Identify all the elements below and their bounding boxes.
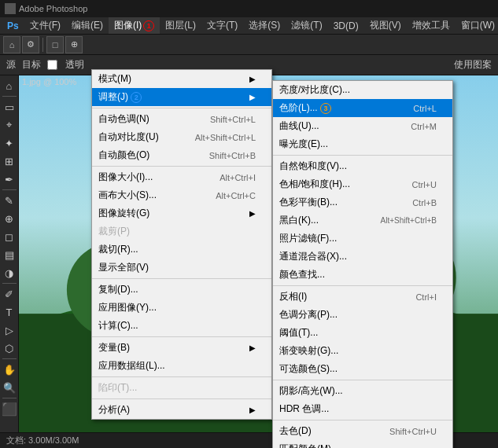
adj-sep-1 bbox=[273, 155, 452, 156]
menu-filter[interactable]: 滤镜(T) bbox=[286, 17, 327, 34]
adj-vibrance[interactable]: 自然饱和度(V)... bbox=[273, 157, 452, 175]
menu-item-calculate[interactable]: 计算(C)... bbox=[92, 317, 271, 335]
dropdown-overlay: 模式(M) ▶ 调整(J) 2 ▶ 自动色调(N) Shift+Ctrl+L 自… bbox=[0, 35, 498, 448]
menu-item-reveal[interactable]: 显示全部(V) bbox=[92, 259, 271, 277]
adj-brightness[interactable]: 亮度/对比度(C)... bbox=[273, 81, 452, 99]
menu-item-auto-color[interactable]: 自动颜色(O) Shift+Ctrl+B bbox=[92, 146, 271, 164]
adj-curves[interactable]: 曲线(U)... Ctrl+M bbox=[273, 117, 452, 135]
menu-text[interactable]: 文字(T) bbox=[201, 17, 243, 34]
menu-enhance[interactable]: 增效工具 bbox=[407, 17, 456, 34]
menu-item-trim[interactable]: 裁切(R)... bbox=[92, 241, 271, 259]
adj-color-balance[interactable]: 色彩平衡(B)... Ctrl+B bbox=[273, 193, 452, 211]
menu-select[interactable]: 选择(S) bbox=[243, 17, 286, 34]
adj-sep-4 bbox=[273, 420, 452, 420]
menu-3d[interactable]: 3D(D) bbox=[328, 19, 364, 33]
menu-item-image-size[interactable]: 图像大小(I)... Alt+Ctrl+I bbox=[92, 168, 271, 186]
adj-sep-3 bbox=[273, 380, 452, 380]
menu-item-apply-image[interactable]: 应用图像(Y)... bbox=[92, 299, 271, 317]
adj-levels[interactable]: 色阶(L)... 3 Ctrl+L bbox=[273, 99, 452, 117]
adjust-menu-dropdown: 亮度/对比度(C)... 色阶(L)... 3 Ctrl+L 曲线(U)... … bbox=[272, 80, 453, 448]
adj-match-color[interactable]: 匹配颜色(M)... bbox=[273, 440, 452, 448]
menu-item-mode[interactable]: 模式(M) ▶ bbox=[92, 70, 271, 88]
menu-sep-5 bbox=[92, 376, 271, 377]
adj-invert[interactable]: 反相(I) Ctrl+I bbox=[273, 288, 452, 306]
menu-item-canvas-size[interactable]: 画布大小(S)... Alt+Ctrl+C bbox=[92, 186, 271, 204]
title-text: Adobe Photoshop bbox=[19, 4, 87, 13]
adj-bw[interactable]: 黑白(K)... Alt+Shift+Ctrl+B bbox=[273, 211, 452, 230]
menu-item-trap: 陷印(T)... bbox=[92, 379, 271, 397]
adj-posterize[interactable]: 色调分离(P)... bbox=[273, 306, 452, 324]
app-icon bbox=[5, 3, 16, 14]
adj-hue-sat[interactable]: 色相/饱和度(H)... Ctrl+U bbox=[273, 175, 452, 193]
menu-sep-3 bbox=[92, 278, 271, 279]
menu-item-auto-tone[interactable]: 自动色调(N) Shift+Ctrl+L bbox=[92, 110, 271, 128]
menu-item-analysis[interactable]: 分析(A) ▶ bbox=[92, 401, 271, 419]
adj-hdr[interactable]: HDR 色调... bbox=[273, 400, 452, 418]
adj-threshold[interactable]: 阈值(T)... bbox=[273, 324, 452, 342]
menu-view[interactable]: 视图(V) bbox=[364, 17, 407, 34]
adj-photo-filter[interactable]: 照片滤镜(F)... bbox=[273, 230, 452, 248]
adj-sep-2 bbox=[273, 285, 452, 286]
menu-ps[interactable]: Ps bbox=[2, 19, 24, 33]
menu-sep-1 bbox=[92, 108, 271, 108]
menu-item-adjust[interactable]: 调整(J) 2 ▶ bbox=[92, 88, 271, 106]
menu-sep-2 bbox=[92, 166, 271, 167]
menu-sep-4 bbox=[92, 336, 271, 337]
adj-shadows-highlights[interactable]: 阴影/高光(W)... bbox=[273, 382, 452, 400]
menu-item-variables[interactable]: 变量(B) ▶ bbox=[92, 339, 271, 357]
adj-desaturate[interactable]: 去色(D) Shift+Ctrl+U bbox=[273, 422, 452, 440]
menu-item-duplicate[interactable]: 复制(D)... bbox=[92, 281, 271, 299]
adj-channel-mixer[interactable]: 通道混合器(X)... bbox=[273, 248, 452, 266]
menu-image[interactable]: 图像(I)1 bbox=[109, 17, 160, 34]
menu-item-rotate[interactable]: 图像旋转(G) ▶ bbox=[92, 204, 271, 222]
menu-item-auto-contrast[interactable]: 自动对比度(U) Alt+Shift+Ctrl+L bbox=[92, 128, 271, 146]
adj-gradient-map[interactable]: 渐变映射(G)... bbox=[273, 342, 452, 360]
menu-item-crop: 裁剪(P) bbox=[92, 222, 271, 241]
menu-sep-6 bbox=[92, 398, 271, 399]
adj-exposure[interactable]: 曝光度(E)... bbox=[273, 135, 452, 153]
menu-layer[interactable]: 图层(L) bbox=[160, 17, 201, 34]
adj-color-lookup[interactable]: 颜色查找... bbox=[273, 266, 452, 284]
menu-file[interactable]: 文件(F) bbox=[24, 17, 66, 34]
menu-bar: Ps 文件(F) 编辑(E) 图像(I)1 图层(L) 文字(T) 选择(S) … bbox=[0, 17, 498, 35]
menu-edit[interactable]: 编辑(E) bbox=[66, 17, 109, 34]
menu-window[interactable]: 窗口(W) bbox=[456, 17, 498, 34]
title-bar: Adobe Photoshop bbox=[0, 0, 498, 17]
menu-item-apply-data[interactable]: 应用数据组(L)... bbox=[92, 357, 271, 375]
image-menu-dropdown: 模式(M) ▶ 调整(J) 2 ▶ 自动色调(N) Shift+Ctrl+L 自… bbox=[91, 69, 272, 420]
adj-selective-color[interactable]: 可选颜色(S)... bbox=[273, 360, 452, 378]
